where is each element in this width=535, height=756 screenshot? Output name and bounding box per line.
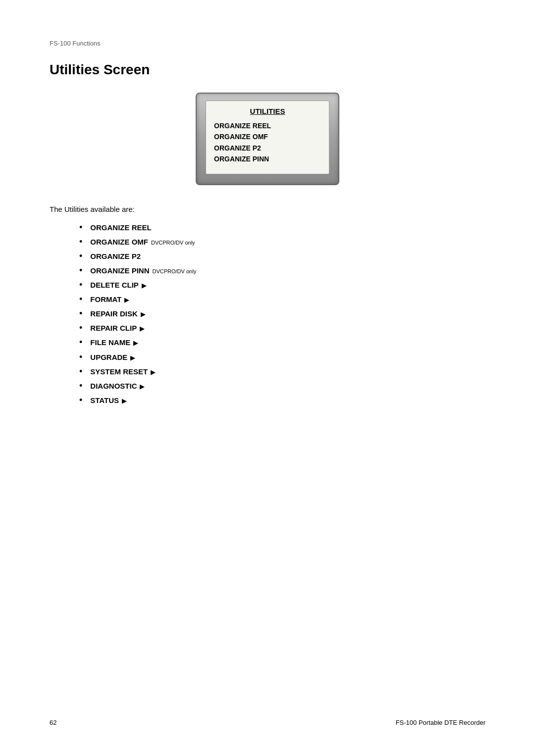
bullet-dot: • bbox=[79, 323, 82, 332]
screen-menu-item-2: ORGANIZE OMF bbox=[214, 131, 321, 142]
item-label: REPAIR CLIP bbox=[90, 323, 137, 333]
bullet-dot: • bbox=[79, 252, 82, 260]
item-label: REPAIR DISK bbox=[90, 308, 138, 319]
arrow-icon: ▶ bbox=[142, 281, 147, 290]
arrow-icon: ▶ bbox=[140, 324, 145, 333]
bullet-dot: • bbox=[79, 338, 82, 347]
item-label: ORGANIZE P2 bbox=[90, 251, 141, 261]
arrow-icon: ▶ bbox=[133, 339, 138, 348]
arrow-icon: ▶ bbox=[124, 296, 129, 304]
arrow-icon: ▶ bbox=[130, 353, 135, 362]
list-item: • REPAIR CLIP ▶ bbox=[79, 323, 485, 333]
screen-mockup: UTILITIES ORGANIZE REEL ORGANIZE OMF ORG… bbox=[196, 93, 339, 185]
list-item: • REPAIR DISK ▶ bbox=[79, 308, 485, 319]
arrow-icon: ▶ bbox=[151, 368, 156, 377]
arrow-icon: ▶ bbox=[141, 310, 146, 319]
bullet-dot: • bbox=[79, 237, 82, 246]
list-item: • ORGANIZE P2 bbox=[79, 251, 485, 261]
page-title: Utilities Screen bbox=[50, 62, 485, 78]
footer-doc-title: FS-100 Portable DTE Recorder bbox=[396, 719, 485, 726]
item-label: FILE NAME bbox=[90, 337, 130, 348]
item-label: FORMAT bbox=[90, 294, 121, 304]
screen-mockup-container: UTILITIES ORGANIZE REEL ORGANIZE OMF ORG… bbox=[50, 93, 485, 185]
bullet-dot: • bbox=[79, 309, 82, 318]
item-label: ORGANIZE REEL bbox=[90, 222, 151, 233]
breadcrumb: FS-100 Functions bbox=[50, 40, 485, 47]
screen-menu-item-4: ORGANIZE PINN bbox=[214, 153, 321, 164]
item-label: DIAGNOSTIC bbox=[90, 381, 137, 391]
screen-title: UTILITIES bbox=[214, 107, 321, 115]
screen-menu-item-1: ORGANIZE REEL bbox=[214, 120, 321, 131]
bullet-dot: • bbox=[79, 353, 82, 361]
item-label: ORGANIZE PINN bbox=[90, 265, 149, 276]
arrow-icon: ▶ bbox=[140, 382, 145, 391]
list-item: • ORGANIZE OMF DVCPRO/DV only bbox=[79, 237, 485, 247]
list-item: • SYSTEM RESET ▶ bbox=[79, 366, 485, 377]
item-label: DELETE CLIP bbox=[90, 280, 139, 290]
screen-inner: UTILITIES ORGANIZE REEL ORGANIZE OMF ORG… bbox=[206, 101, 329, 174]
footer-page-number: 62 bbox=[50, 719, 56, 726]
item-label: UPGRADE bbox=[90, 352, 127, 362]
arrow-icon: ▶ bbox=[122, 397, 127, 405]
list-item: • DELETE CLIP ▶ bbox=[79, 280, 485, 290]
intro-text: The Utilities available are: bbox=[50, 205, 485, 213]
screen-menu-item-3: ORGANIZE P2 bbox=[214, 143, 321, 153]
list-item: • FORMAT ▶ bbox=[79, 294, 485, 304]
list-item: • STATUS ▶ bbox=[79, 395, 485, 405]
list-item: • ORGANIZE PINN DVCPRO/DV only bbox=[79, 265, 485, 276]
item-sub: DVCPRO/DV only bbox=[153, 268, 197, 275]
list-item: • DIAGNOSTIC ▶ bbox=[79, 381, 485, 391]
bullet-dot: • bbox=[79, 381, 82, 390]
bullet-dot: • bbox=[79, 367, 82, 376]
item-label: ORGANIZE OMF bbox=[90, 237, 148, 247]
list-item: • UPGRADE ▶ bbox=[79, 352, 485, 362]
list-item: • FILE NAME ▶ bbox=[79, 337, 485, 348]
item-label: SYSTEM RESET bbox=[90, 366, 148, 377]
item-label: STATUS bbox=[90, 395, 119, 405]
bullet-list: • ORGANIZE REEL • ORGANIZE OMF DVCPRO/DV… bbox=[79, 222, 485, 406]
bullet-dot: • bbox=[79, 266, 82, 275]
footer-section: 62 FS-100 Portable DTE Recorder bbox=[50, 719, 485, 726]
bullet-dot: • bbox=[79, 223, 82, 232]
bullet-dot: • bbox=[79, 396, 82, 404]
bullet-dot: • bbox=[79, 295, 82, 303]
item-sub: DVCPRO/DV only bbox=[151, 239, 195, 247]
bullet-dot: • bbox=[79, 280, 82, 289]
list-item: • ORGANIZE REEL bbox=[79, 222, 485, 233]
